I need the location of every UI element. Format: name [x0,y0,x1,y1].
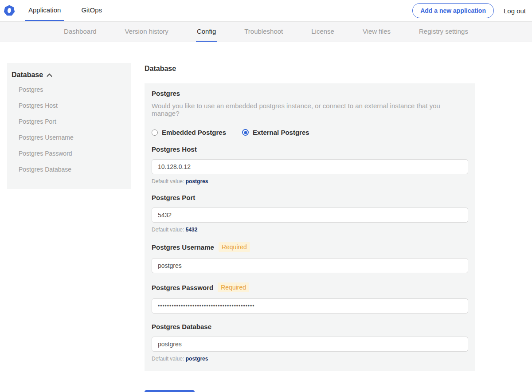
postgres-database-input[interactable] [152,337,468,352]
header-tabs: Application GitOps [21,0,115,21]
postgres-username-input[interactable] [152,258,468,273]
radio-selected-icon [242,129,249,136]
field-label-postgres-username: Postgres Username [152,243,214,251]
section-title: Database [145,65,475,73]
sidebar-item-postgres[interactable]: Postgres [12,82,127,98]
postgres-group-box: Postgres Would you like to use an embedd… [145,83,475,371]
top-header: Application GitOps Add a new application… [0,0,532,21]
sidebar-item-postgres-host[interactable]: Postgres Host [12,98,127,114]
group-help-text: Would you like to use an embedded postgr… [152,102,468,117]
sidebar-group-database[interactable]: Database [12,71,127,79]
field-label-postgres-host: Postgres Host [152,145,197,153]
page-body: Database Postgres Postgres Host Postgres… [0,42,532,392]
subnav-registry-settings[interactable]: Registry settings [418,22,469,42]
app-logo[interactable] [0,0,21,21]
sidebar-item-postgres-username[interactable]: Postgres Username [12,129,127,145]
field-label-postgres-database: Postgres Database [152,323,211,330]
subnav-version-history[interactable]: Version history [124,22,169,42]
chevron-up-icon [47,73,52,77]
subnav-troubleshoot[interactable]: Troubleshoot [243,22,284,42]
default-value-note: Default value: postgres [152,356,468,362]
postgres-radio-group: Embedded Postgres External Postgres [152,129,468,136]
subnav-dashboard[interactable]: Dashboard [63,22,97,42]
subnav-view-files[interactable]: View files [362,22,391,42]
postgres-port-input[interactable] [152,208,468,223]
postgres-password-input[interactable] [152,298,468,314]
sidebar-item-postgres-password[interactable]: Postgres Password [12,145,127,161]
default-value-note: Default value: 5432 [152,227,468,233]
radio-label: External Postgres [253,129,309,136]
sidebar-item-postgres-database[interactable]: Postgres Database [12,161,127,177]
log-out-link[interactable]: Log out [504,7,526,15]
config-sidebar: Database Postgres Postgres Host Postgres… [7,63,131,189]
required-badge: Required [218,282,249,292]
kots-logo-icon [4,5,15,16]
subnav-config[interactable]: Config [196,22,217,42]
field-label-postgres-password: Postgres Password [152,284,213,291]
sidebar-item-postgres-port[interactable]: Postgres Port [12,114,127,129]
tab-application[interactable]: Application [25,0,64,21]
required-badge: Required [219,242,250,252]
app-subnav: Dashboard Version history Config Trouble… [0,21,532,42]
save-config-button[interactable]: Save config [145,390,195,392]
radio-embedded-postgres[interactable]: Embedded Postgres [152,129,226,136]
field-label-postgres-port: Postgres Port [152,194,195,201]
config-main: Database Postgres Would you like to use … [145,63,475,392]
radio-label: Embedded Postgres [162,129,226,136]
add-new-application-button[interactable]: Add a new application [412,3,494,18]
header-right: Add a new application Log out [412,0,532,21]
radio-unselected-icon [152,129,158,136]
subnav-license[interactable]: License [310,22,335,42]
sidebar-group-label: Database [12,71,43,79]
tab-gitops[interactable]: GitOps [78,0,106,21]
default-value-note: Default value: postgres [152,178,468,184]
postgres-host-input[interactable] [152,159,468,174]
radio-external-postgres[interactable]: External Postgres [242,129,309,136]
group-title: Postgres [152,90,468,97]
